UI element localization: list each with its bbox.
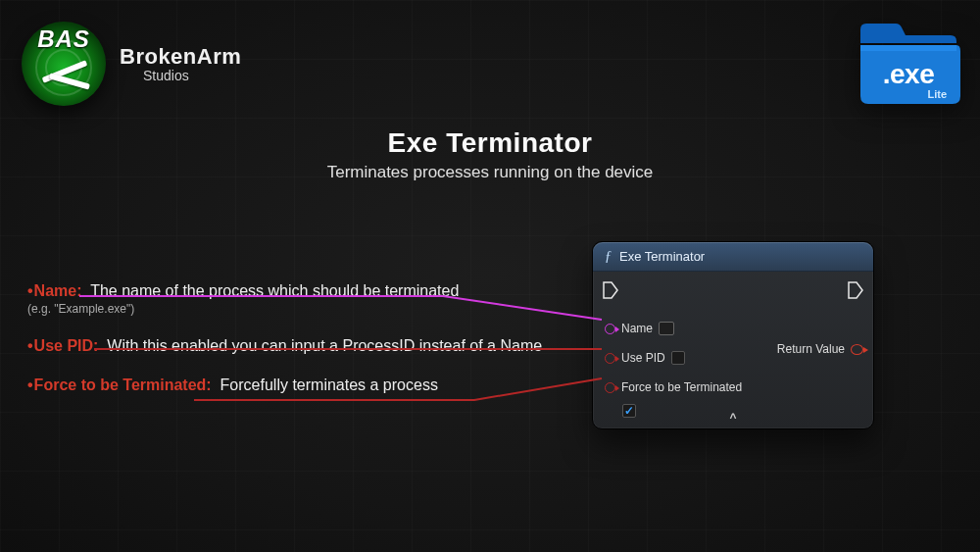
exec-pin-out[interactable] [848, 281, 863, 299]
name-input[interactable] [659, 322, 674, 335]
function-icon: ƒ [605, 249, 612, 265]
exe-label: .exe [855, 59, 962, 90]
pin-name-label: Name [621, 322, 653, 335]
page-subtitle: Terminates processes running on the devi… [0, 163, 980, 182]
input-force-row: Force to be Terminated [605, 377, 861, 397]
parameter-descriptions: Name: The name of the process which shou… [27, 282, 557, 416]
desc-force-key: Force to be Terminated: [27, 376, 212, 393]
desc-name-text: The name of the process which should be … [86, 282, 459, 299]
exe-folder-icon: .exe Lite [855, 14, 962, 108]
desc-name-key: Name: [27, 282, 82, 299]
exec-pin-in[interactable] [603, 281, 618, 299]
pin-usepid[interactable] [605, 353, 615, 364]
pin-force-label: Force to be Terminated [621, 380, 742, 394]
bas-badge-text: BAS [37, 25, 90, 53]
pin-return[interactable] [851, 344, 863, 355]
pin-force[interactable] [605, 382, 615, 393]
bas-badge: BAS [22, 22, 106, 106]
desc-usepid-key: Use PID: [27, 337, 98, 354]
desc-name: Name: The name of the process which shou… [27, 282, 557, 316]
desc-usepid: Use PID: With this enabled you can input… [27, 337, 557, 355]
pin-usepid-label: Use PID [621, 351, 665, 365]
page-heading: Exe Terminator Terminates processes runn… [0, 127, 980, 182]
pin-name[interactable] [605, 324, 615, 334]
usepid-checkbox[interactable] [671, 351, 685, 365]
node-title: Exe Terminator [619, 249, 705, 264]
chevron-up-icon: ^ [729, 411, 736, 425]
node-header[interactable]: ƒ Exe Terminator [593, 242, 873, 272]
brand-subtitle: Studios [143, 68, 241, 83]
page-title: Exe Terminator [0, 127, 980, 159]
brand-logo: BAS BrokenArm Studios [22, 22, 241, 106]
pin-return-label: Return Value [777, 342, 845, 356]
desc-force-text: Forcefully terminates a process [216, 376, 438, 393]
exe-lite-label: Lite [927, 88, 947, 100]
desc-force: Force to be Terminated: Forcefully termi… [27, 376, 557, 394]
desc-usepid-text: With this enabled you can input a Proces… [103, 337, 542, 354]
desc-name-note: (e.g. "Example.exe") [27, 302, 557, 316]
input-name-row: Name [605, 319, 861, 338]
node-expand-toggle[interactable]: ^ [593, 411, 873, 425]
blueprint-node[interactable]: ƒ Exe Terminator Name Use PID [592, 241, 874, 429]
output-return-row: Return Value [777, 342, 863, 356]
brand-title: BrokenArm [120, 44, 241, 70]
